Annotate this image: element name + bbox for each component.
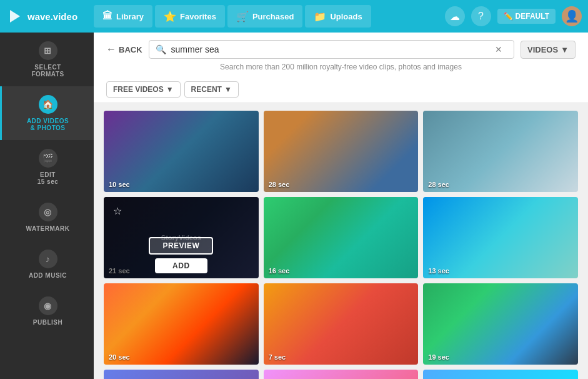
search-row: ← BACK 🔍 ✕ VIDEOS ▼ [106,40,576,59]
sidebar-item-edit[interactable]: 🎬 EDIT 15 sec [0,140,94,194]
library-label: Library [116,12,144,21]
favorites-label: Favorites [180,12,216,21]
logo-text: wave.video [27,11,77,22]
watermark-label: WATERMARK [26,225,70,232]
sidebar-item-select-formats[interactable]: ⊞ SELECT FORMATS [0,33,94,86]
nav-tab-favorites[interactable]: ⭐ Favorites [155,5,225,28]
uploads-label: Uploads [330,12,362,21]
back-label: BACK [119,45,142,54]
video-duration: 16 sec [269,267,290,275]
sidebar-item-publish[interactable]: ◉ PUBLISH [0,288,94,335]
default-button[interactable]: ✏️ DEFAULT [497,9,556,24]
back-arrow-icon: ← [106,44,116,55]
video-duration: 19 sec [428,353,449,361]
nav-tab-library[interactable]: 🏛 Library [94,5,152,28]
default-label: DEFAULT [516,12,549,21]
video-duration: 28 sec [428,181,449,188]
content-area: ← BACK 🔍 ✕ VIDEOS ▼ Search more than 200… [94,33,588,379]
avatar[interactable]: 👤 [562,6,582,26]
main-layout: ⊞ SELECT FORMATS 🏠 ADD VIDEOS & PHOTOS 🎬… [0,33,588,379]
logo[interactable]: wave.video [6,8,87,25]
video-card-10[interactable]: ... [104,370,259,379]
video-card-8[interactable]: 7 sec [264,283,419,365]
videos-type-dropdown[interactable]: VIDEOS ▼ [521,41,576,59]
card-actions: PREVIEWADD [109,237,254,273]
card-overlay: ☆StoryVideosPREVIEWADD [104,197,259,278]
filter-row: FREE VIDEOS ▼ RECENT ▼ [94,76,588,103]
video-card-7[interactable]: 20 sec [104,283,259,365]
add-music-label: ADD MUSIC [29,272,67,279]
free-videos-label: FREE VIDEOS [113,85,164,94]
add-videos-icon: 🏠 [39,95,57,114]
video-duration: 20 sec [109,353,130,361]
add-button[interactable]: ADD [155,258,207,273]
video-card-1[interactable]: 10 sec [104,111,259,192]
filter-chevron-icon: ▼ [166,85,174,94]
free-videos-filter[interactable]: FREE VIDEOS ▼ [106,81,181,98]
sidebar-item-add-videos[interactable]: 🏠 ADD VIDEOS & PHOTOS [0,86,94,140]
watermark-icon: ◎ [39,203,57,221]
star-icon: ⭐ [164,11,176,23]
search-input[interactable] [171,44,495,54]
add-videos-label: ADD VIDEOS & PHOTOS [27,118,69,131]
video-card-12[interactable]: ... [423,370,578,379]
sidebar: ⊞ SELECT FORMATS 🏠 ADD VIDEOS & PHOTOS 🎬… [0,33,94,379]
top-navigation: wave.video 🏛 Library ⭐ Favorites 🛒 Purch… [0,0,588,33]
video-card-3[interactable]: 28 sec [423,111,578,192]
nav-right: ☁ ? ✏️ DEFAULT 👤 [445,6,582,26]
clear-search-button[interactable]: ✕ [495,44,502,54]
video-card-5[interactable]: 16 sec [264,197,419,278]
video-duration: 7 sec [269,353,286,361]
video-card-11[interactable]: ... [264,370,419,379]
back-button[interactable]: ← BACK [106,44,142,55]
video-grid: 10 sec28 sec28 sec21 sec☆StoryVideosPREV… [94,103,588,379]
search-box[interactable]: 🔍 ✕ [149,40,514,59]
publish-icon: ◉ [39,296,57,315]
select-formats-icon: ⊞ [39,41,57,60]
edit-label: EDIT 15 sec [37,171,59,185]
publish-label: PUBLISH [33,319,62,326]
help-button[interactable]: ? [471,6,491,26]
video-card-9[interactable]: 19 sec [423,283,578,365]
folder-icon: 📁 [314,11,326,23]
nav-tab-purchased[interactable]: 🛒 Purchased [227,5,302,28]
video-duration: 10 sec [109,181,130,188]
type-label: VIDEOS [527,45,558,54]
recent-label: RECENT [191,85,222,94]
chevron-down-icon: ▼ [561,45,569,54]
video-duration: 13 sec [428,267,449,275]
recent-chevron-icon: ▼ [224,85,232,94]
edit-icon: ✏️ [504,12,513,21]
nav-tabs: 🏛 Library ⭐ Favorites 🛒 Purchased 📁 Uplo… [94,5,445,28]
music-icon: ♪ [39,250,57,268]
cloud-button[interactable]: ☁ [445,6,465,26]
sidebar-item-watermark[interactable]: ◎ WATERMARK [0,194,94,241]
cart-icon: 🛒 [236,11,249,23]
svg-marker-0 [10,10,20,23]
search-area: ← BACK 🔍 ✕ VIDEOS ▼ Search more than 200… [94,33,588,76]
favorite-button[interactable]: ☆ [109,202,126,220]
video-card-2[interactable]: 28 sec [264,111,419,192]
nav-tab-uploads[interactable]: 📁 Uploads [305,5,371,28]
select-formats-label: SELECT FORMATS [31,64,64,78]
video-card-6[interactable]: 13 sec [423,197,578,278]
search-icon: 🔍 [156,44,166,54]
preview-button[interactable]: PREVIEW [149,237,213,255]
sidebar-item-add-music[interactable]: ♪ ADD MUSIC [0,241,94,288]
search-hint: Search more than 200 million royalty-fre… [106,59,576,76]
edit-icon: 🎬 [39,149,57,168]
library-icon: 🏛 [102,11,112,22]
video-card-4[interactable]: 21 sec☆StoryVideosPREVIEWADD [104,197,259,278]
video-duration: 28 sec [269,181,290,188]
purchased-label: Purchased [252,12,294,21]
recent-filter[interactable]: RECENT ▼ [184,81,239,98]
